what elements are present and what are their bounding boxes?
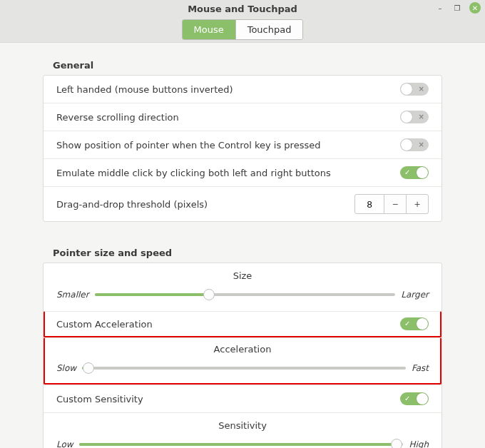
dnd-threshold-decrement[interactable]: − xyxy=(384,194,407,214)
size-min-label: Smaller xyxy=(56,290,89,300)
window-title: Mouse and Touchpad xyxy=(188,4,297,14)
toggle-custom-accel[interactable]: ✓ xyxy=(400,317,429,330)
toggle-show-position[interactable]: × xyxy=(400,138,429,151)
label-left-handed: Left handed (mouse buttons inverted) xyxy=(56,84,233,95)
row-custom-sens: Custom Sensitivity ✓ xyxy=(44,385,441,412)
size-slider-line: Smaller Larger xyxy=(56,288,429,301)
accel-slider[interactable] xyxy=(82,362,406,375)
size-slider-block: Size Smaller Larger xyxy=(44,263,441,311)
label-custom-accel: Custom Acceleration xyxy=(56,319,153,330)
tab-group: Mouse Touchpad xyxy=(182,19,304,40)
label-custom-sens: Custom Sensitivity xyxy=(56,394,143,404)
close-icon[interactable]: ✕ xyxy=(469,2,481,14)
minimize-icon[interactable]: – xyxy=(435,3,445,13)
accel-title: Acceleration xyxy=(56,344,429,355)
tab-mouse[interactable]: Mouse xyxy=(183,20,236,39)
accel-slider-line: Slow Fast xyxy=(56,362,429,375)
label-emulate-middle: Emulate middle click by clicking both le… xyxy=(56,168,331,178)
titlebar: Mouse and Touchpad – ❐ ✕ xyxy=(0,0,485,17)
row-left-handed: Left handed (mouse buttons inverted) × xyxy=(44,76,441,103)
accel-max-label: Fast xyxy=(412,363,429,373)
sens-title: Sensitivity xyxy=(56,420,429,431)
sens-slider-block: Sensitivity Low High xyxy=(44,412,441,448)
row-dnd-threshold: Drag-and-drop threshold (pixels) − + xyxy=(44,186,441,221)
size-max-label: Larger xyxy=(401,290,429,300)
window-controls: – ❐ ✕ xyxy=(435,2,481,14)
pointer-card: Size Smaller Larger Custom Acceleration … xyxy=(43,263,442,448)
section-title-pointer: Pointer size and speed xyxy=(53,248,442,258)
sens-slider-line: Low High xyxy=(56,438,429,448)
size-slider[interactable] xyxy=(95,288,396,301)
accel-min-label: Slow xyxy=(56,363,76,373)
accel-slider-block: Acceleration Slow Fast xyxy=(44,337,441,385)
dnd-threshold-input[interactable] xyxy=(354,194,384,214)
section-title-general: General xyxy=(53,60,442,71)
sens-min-label: Low xyxy=(56,439,73,448)
row-show-position: Show position of pointer when the Contro… xyxy=(44,131,441,158)
toggle-left-handed[interactable]: × xyxy=(400,83,429,96)
general-card: Left handed (mouse buttons inverted) × R… xyxy=(43,75,442,222)
row-emulate-middle: Emulate middle click by clicking both le… xyxy=(44,158,441,186)
row-reverse-scrolling: Reverse scrolling direction × xyxy=(44,103,441,131)
label-reverse-scrolling: Reverse scrolling direction xyxy=(56,112,179,123)
sens-max-label: High xyxy=(409,439,429,448)
content-scroll[interactable]: General Left handed (mouse buttons inver… xyxy=(0,43,485,448)
sens-slider[interactable] xyxy=(79,438,404,448)
settings-window: Mouse and Touchpad – ❐ ✕ Mouse Touchpad … xyxy=(0,0,485,448)
toggle-custom-sens[interactable]: ✓ xyxy=(400,392,429,405)
maximize-icon[interactable]: ❐ xyxy=(452,3,462,13)
content: General Left handed (mouse buttons inver… xyxy=(0,43,485,448)
toggle-reverse-scrolling[interactable]: × xyxy=(400,111,429,123)
dnd-threshold-increment[interactable]: + xyxy=(406,194,429,214)
size-title: Size xyxy=(56,270,429,281)
label-dnd-threshold: Drag-and-drop threshold (pixels) xyxy=(56,199,208,210)
label-show-position: Show position of pointer when the Contro… xyxy=(56,140,320,151)
row-custom-accel: Custom Acceleration ✓ xyxy=(44,311,441,337)
tab-touchpad[interactable]: Touchpad xyxy=(236,20,303,39)
toggle-emulate-middle[interactable]: ✓ xyxy=(400,166,429,179)
tab-bar: Mouse Touchpad xyxy=(0,17,485,43)
dnd-threshold-stepper: − + xyxy=(354,194,429,214)
